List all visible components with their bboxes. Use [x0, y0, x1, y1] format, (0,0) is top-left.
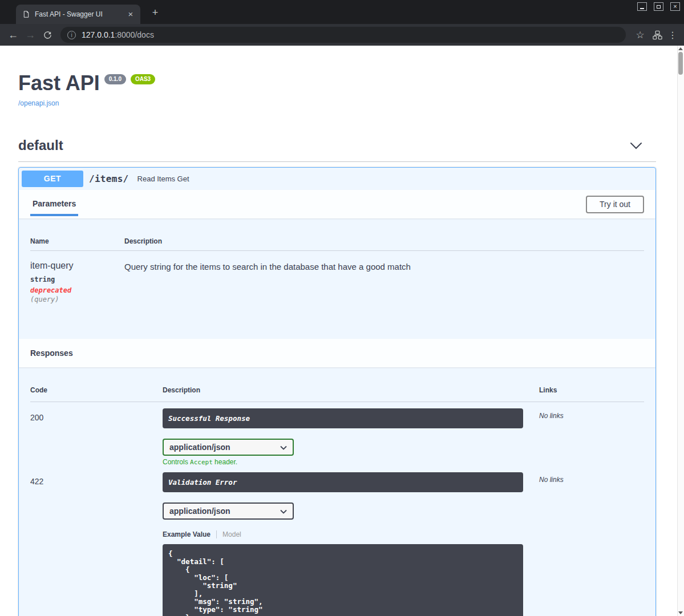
window-controls: ×	[637, 2, 680, 11]
example-json-block: { "detail": [ { "loc": [ "string" ], "ms…	[163, 544, 523, 616]
example-model-tabs: Example Value Model	[163, 530, 539, 538]
operation-path: /items/	[89, 173, 129, 184]
response-links: No links	[539, 472, 644, 484]
info-icon-glyph: i	[71, 32, 72, 38]
close-icon: ×	[673, 3, 677, 10]
method-badge: GET	[22, 171, 83, 187]
chevron-down-icon	[280, 443, 287, 452]
browser-toolbar: ← → i 127.0.0.1:8000/docs ☆ ⋮	[0, 24, 684, 46]
media-type-select[interactable]: application/json	[163, 439, 294, 456]
response-links: No links	[539, 408, 644, 420]
tab-parameters[interactable]: Parameters	[30, 193, 78, 216]
api-info: Fast API 0.1.0 OAS3 /openapi.json	[18, 73, 656, 108]
page-viewport: Fast API 0.1.0 OAS3 /openapi.json defaul…	[0, 46, 677, 616]
response-row-422: 422 Validation Error application/json Ex…	[30, 466, 644, 616]
tag-section-default[interactable]: default	[18, 133, 656, 162]
window-minimize-button[interactable]	[637, 2, 647, 11]
parameter-description: Query string for the items to search in …	[124, 261, 644, 303]
scrollbar-thumb[interactable]	[678, 52, 683, 75]
media-type-value: application/json	[169, 506, 230, 516]
maximize-icon	[657, 5, 661, 9]
parameters-header: Parameters Try it out	[19, 190, 655, 218]
chevron-down-icon[interactable]	[630, 142, 642, 149]
operation-description: Read Items Get	[137, 175, 189, 183]
parameters-table: Name Description item-query string depre…	[19, 218, 655, 339]
response-code: 422	[30, 472, 163, 486]
version-badge: 0.1.0	[104, 74, 126, 84]
tab-close-icon[interactable]: ×	[126, 9, 136, 19]
col-header-description: Description	[163, 386, 539, 394]
scrollbar-down-arrow-icon[interactable]	[678, 611, 683, 614]
document-icon	[23, 10, 30, 18]
tab-example-value[interactable]: Example Value	[163, 530, 217, 538]
parameter-name: item-query	[30, 261, 124, 271]
menu-kebab-icon[interactable]: ⋮	[666, 30, 679, 40]
operation-block-get-items: GET /items/ Read Items Get Parameters Tr…	[18, 167, 656, 616]
page-scrollbar[interactable]	[677, 46, 684, 616]
forward-button[interactable]: →	[22, 29, 39, 41]
page-title: Fast API	[18, 73, 100, 94]
accept-header-note: Controls Accept header.	[163, 458, 539, 466]
bookmark-star-icon[interactable]: ☆	[632, 29, 649, 41]
tab-strip: Fast API - Swagger UI × + ×	[0, 0, 684, 24]
responses-header: Responses	[19, 339, 655, 367]
response-row-200: 200 Successful Response application/json…	[30, 402, 644, 466]
col-header-description: Description	[124, 237, 644, 245]
tab-model[interactable]: Model	[222, 530, 241, 538]
url-bar[interactable]: i 127.0.0.1:8000/docs	[60, 27, 626, 43]
url-path: :8000/docs	[115, 30, 154, 39]
parameter-row: item-query string deprecated (query) Que…	[30, 251, 644, 303]
col-header-code: Code	[30, 386, 163, 394]
window-close-button[interactable]: ×	[670, 2, 680, 11]
site-info-icon[interactable]: i	[67, 31, 76, 39]
operation-summary[interactable]: GET /items/ Read Items Get	[19, 168, 655, 190]
window-maximize-button[interactable]	[654, 2, 663, 11]
try-it-out-button[interactable]: Try it out	[586, 196, 644, 213]
tab-title: Fast API - Swagger UI	[35, 10, 126, 18]
responses-title: Responses	[30, 348, 73, 358]
swagger-ui: Fast API 0.1.0 OAS3 /openapi.json defaul…	[0, 46, 677, 616]
col-header-links: Links	[539, 386, 644, 394]
scrollbar-up-arrow-icon[interactable]	[678, 47, 683, 50]
response-description-box: Validation Error	[163, 472, 523, 492]
oas-badge: OAS3	[131, 74, 155, 84]
tab-hub-icon[interactable]	[649, 30, 666, 40]
reload-button[interactable]	[39, 30, 56, 40]
media-type-value: application/json	[169, 443, 230, 452]
parameter-deprecated-flag: deprecated	[30, 286, 124, 294]
chevron-down-icon	[280, 506, 287, 516]
media-type-select[interactable]: application/json	[163, 502, 294, 520]
response-description-box: Successful Response	[163, 408, 523, 428]
parameters-tab-label: Parameters	[33, 199, 76, 208]
new-tab-button[interactable]: +	[148, 6, 162, 20]
responses-table: Code Description Links 200 Successful Re…	[19, 367, 655, 616]
tag-title: default	[18, 137, 63, 153]
openapi-spec-link[interactable]: /openapi.json	[18, 99, 59, 107]
browser-tab[interactable]: Fast API - Swagger UI ×	[16, 5, 140, 24]
col-header-name: Name	[30, 237, 124, 245]
browser-window: Fast API - Swagger UI × + × ← → i 127.0.…	[0, 0, 684, 616]
parameter-location: (query)	[30, 295, 124, 303]
url-host: 127.0.0.1	[82, 30, 115, 39]
minimize-icon	[640, 8, 644, 9]
back-button[interactable]: ←	[5, 29, 22, 41]
parameter-type: string	[30, 275, 124, 283]
response-code: 200	[30, 408, 163, 422]
